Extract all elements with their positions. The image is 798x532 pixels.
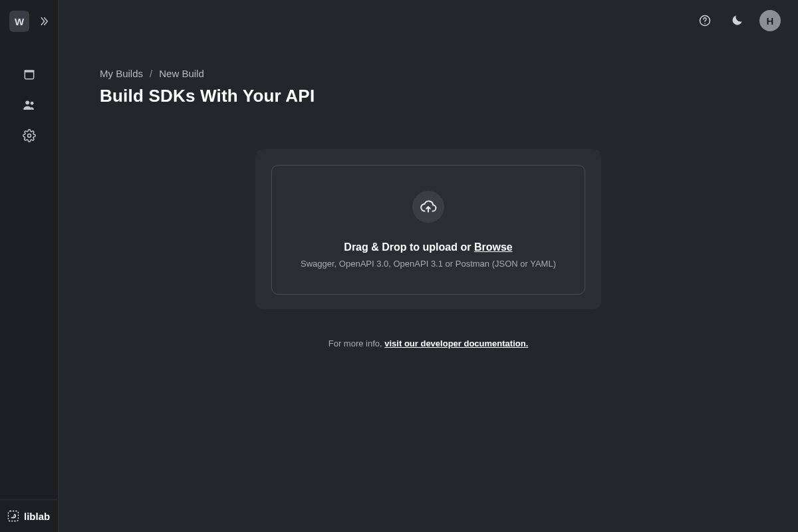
user-avatar[interactable]: H bbox=[759, 10, 781, 31]
content: My Builds / New Build Build SDKs With Yo… bbox=[59, 41, 798, 348]
users-icon bbox=[22, 98, 37, 112]
info-prefix: For more info, bbox=[329, 338, 385, 348]
svg-point-4 bbox=[27, 134, 31, 138]
app-root: W bbox=[0, 0, 798, 532]
nav-settings[interactable] bbox=[15, 121, 44, 150]
nav-members[interactable] bbox=[15, 90, 44, 120]
svg-point-3 bbox=[30, 102, 33, 105]
cloud-upload-icon bbox=[420, 198, 437, 215]
browse-link[interactable]: Browse bbox=[474, 241, 513, 253]
svg-rect-1 bbox=[24, 70, 34, 72]
breadcrumb-new-build[interactable]: New Build bbox=[159, 68, 204, 79]
upload-icon-wrap bbox=[412, 191, 444, 223]
help-icon bbox=[698, 14, 712, 27]
brand-logo-icon bbox=[7, 509, 20, 523]
main: H My Builds / New Build Build SDKs With … bbox=[59, 0, 798, 532]
box-icon bbox=[23, 68, 36, 81]
brand-name: liblab bbox=[24, 511, 50, 522]
brand: liblab bbox=[0, 499, 58, 532]
svg-point-6 bbox=[13, 515, 15, 517]
dropzone-title-text: Drag & Drop to upload or bbox=[344, 241, 474, 253]
workspace-initial: W bbox=[15, 16, 24, 27]
svg-rect-0 bbox=[25, 71, 33, 79]
svg-point-8 bbox=[704, 23, 706, 23]
breadcrumb-my-builds[interactable]: My Builds bbox=[100, 68, 143, 79]
workspace-switcher[interactable]: W bbox=[9, 11, 29, 32]
chevron-double-right-icon bbox=[38, 15, 50, 27]
page-title: Build SDKs With Your API bbox=[100, 86, 757, 106]
docs-link[interactable]: visit our developer documentation. bbox=[384, 338, 528, 348]
sidebar-expand-button[interactable] bbox=[36, 13, 51, 29]
info-line: For more info, visit our developer docum… bbox=[255, 338, 601, 348]
svg-point-2 bbox=[25, 100, 29, 104]
gear-icon bbox=[23, 129, 36, 142]
sidebar-nav bbox=[0, 41, 58, 150]
dropzone-subtitle: Swagger, OpenAPI 3.0, OpenAPI 3.1 or Pos… bbox=[301, 259, 556, 269]
upload-card: Drag & Drop to upload or Browse Swagger,… bbox=[255, 149, 601, 309]
help-button[interactable] bbox=[696, 11, 714, 30]
avatar-initial: H bbox=[767, 15, 774, 27]
topbar: H bbox=[59, 0, 798, 41]
breadcrumb-separator: / bbox=[150, 68, 152, 79]
dropzone-title: Drag & Drop to upload or Browse bbox=[344, 241, 512, 253]
sidebar: W bbox=[0, 0, 59, 532]
dropzone[interactable]: Drag & Drop to upload or Browse Swagger,… bbox=[271, 165, 585, 295]
moon-icon bbox=[730, 14, 743, 27]
sidebar-header: W bbox=[0, 8, 58, 41]
nav-builds[interactable] bbox=[15, 60, 44, 89]
breadcrumb: My Builds / New Build bbox=[100, 68, 757, 79]
theme-toggle[interactable] bbox=[728, 11, 746, 30]
